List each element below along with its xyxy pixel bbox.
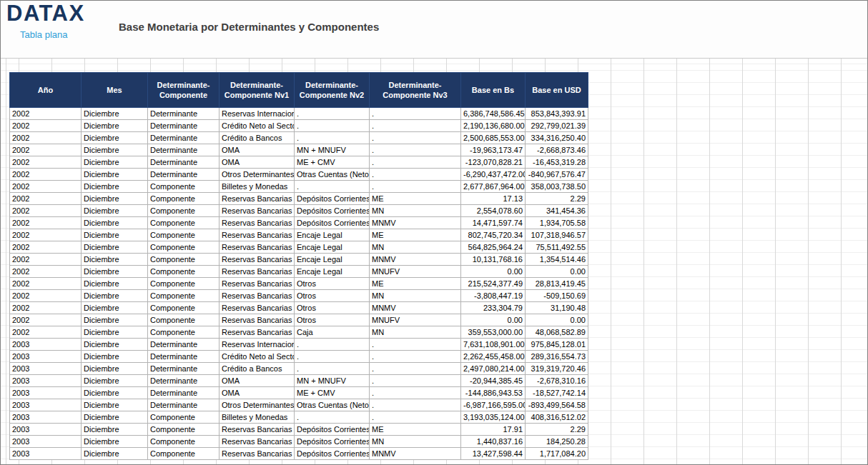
cell[interactable]: Otros [295,290,370,302]
cell[interactable]: 215,524,377.49 [461,278,526,290]
cell[interactable]: Crédito Neto al Sector [220,351,295,363]
cell[interactable]: Reservas Bancarias [220,278,295,290]
cell[interactable]: 48,068,582.89 [526,326,588,339]
cell[interactable]: -20,944,385.45 [461,375,526,387]
cell[interactable]: Diciembre [82,181,148,193]
cell[interactable]: 2002 [10,254,82,266]
cell[interactable]: Diciembre [82,266,148,278]
cell[interactable]: MN [370,290,461,302]
header-cell[interactable]: Base en Bs [461,73,526,108]
cell[interactable]: Componente [148,241,220,254]
cell[interactable]: Determinante [148,351,220,363]
cell[interactable]: MN [370,436,461,448]
cell[interactable]: Componente [148,302,220,314]
cell[interactable]: . [370,156,461,169]
cell[interactable]: Otros [295,302,370,314]
cell[interactable]: OMA [220,144,295,156]
cell[interactable]: Reservas Internacionales [220,108,295,120]
cell[interactable]: -3,808,447.19 [461,290,526,302]
cell[interactable]: Diciembre [82,254,148,266]
cell[interactable]: MNMV [370,448,461,460]
cell[interactable]: Componente [148,266,220,278]
cell[interactable]: 2002 [10,169,82,181]
cell[interactable]: Reservas Internacionales [220,339,295,351]
cell[interactable]: 2002 [10,144,82,156]
cell[interactable]: 2002 [10,156,82,169]
cell[interactable]: . [295,363,370,375]
cell[interactable]: 1,717,084.20 [526,448,588,460]
cell[interactable]: Determinante [148,363,220,375]
cell[interactable]: . [370,399,461,411]
cell[interactable]: -144,886,943.53 [461,387,526,399]
cell[interactable]: Reservas Bancarias [220,424,295,436]
cell[interactable]: 358,003,738.50 [526,181,588,193]
cell[interactable]: 0.00 [526,266,588,278]
cell[interactable]: Componente [148,205,220,217]
cell[interactable]: 2002 [10,290,82,302]
cell[interactable]: -18,527,742.14 [526,387,588,399]
cell[interactable]: 2002 [10,229,82,241]
cell[interactable]: ME + CMV [295,156,370,169]
cell[interactable]: Reservas Bancarias [220,326,295,339]
cell[interactable]: 2003 [10,399,82,411]
cell[interactable]: MN [370,205,461,217]
cell[interactable]: Diciembre [82,132,148,144]
cell[interactable]: Componente [148,229,220,241]
cell[interactable]: 2003 [10,339,82,351]
cell[interactable]: Componente [148,193,220,205]
cell[interactable]: Diciembre [82,120,148,132]
cell[interactable]: Depósitos Corrientes [295,217,370,229]
cell[interactable]: 2003 [10,351,82,363]
cell[interactable]: Componente [148,436,220,448]
cell[interactable]: MNMV [370,302,461,314]
cell[interactable]: Crédito a Bancos [220,363,295,375]
cell[interactable]: . [370,375,461,387]
cell[interactable]: Determinante [148,399,220,411]
cell[interactable]: Diciembre [82,193,148,205]
cell[interactable]: Reservas Bancarias [220,193,295,205]
cell[interactable]: Reservas Bancarias [220,436,295,448]
cell[interactable]: Diciembre [82,351,148,363]
cell[interactable]: 2,190,136,680.00 [461,120,526,132]
cell[interactable]: Componente [148,411,220,424]
cell[interactable]: Componente [148,448,220,460]
cell[interactable]: 17.13 [461,193,526,205]
cell[interactable]: Otros Determinantes [220,169,295,181]
cell[interactable]: Depósitos Corrientes [295,448,370,460]
header-cell[interactable]: Mes [82,73,148,108]
cell[interactable]: 107,318,946.57 [526,229,588,241]
cell[interactable]: 2003 [10,448,82,460]
cell[interactable]: 17.91 [461,424,526,436]
cell[interactable]: Depósitos Corrientes [295,436,370,448]
cell[interactable]: Diciembre [82,144,148,156]
cell[interactable]: 975,845,128.01 [526,339,588,351]
cell[interactable]: 2,554,078.60 [461,205,526,217]
cell[interactable]: Componente [148,326,220,339]
cell[interactable]: 292,799,021.39 [526,120,588,132]
cell[interactable]: Reservas Bancarias [220,241,295,254]
cell[interactable]: Diciembre [82,387,148,399]
cell[interactable]: . [370,181,461,193]
cell[interactable]: 1,934,705.58 [526,217,588,229]
cell[interactable]: Diciembre [82,339,148,351]
cell[interactable]: . [370,120,461,132]
cell[interactable]: Diciembre [82,217,148,229]
cell[interactable]: Reservas Bancarias [220,217,295,229]
cell[interactable]: -16,453,319.28 [526,156,588,169]
cell[interactable]: Componente [148,217,220,229]
cell[interactable]: Billetes y Monedas [220,411,295,424]
cell[interactable]: Crédito a Bancos [220,132,295,144]
cell[interactable]: MNMV [370,254,461,266]
cell[interactable]: Diciembre [82,363,148,375]
cell[interactable]: Diciembre [82,169,148,181]
cell[interactable]: Componente [148,290,220,302]
cell[interactable]: Otros [295,278,370,290]
cell[interactable]: MN [370,241,461,254]
cell[interactable]: 408,316,512.02 [526,411,588,424]
header-cell[interactable]: Determinante- Componente Nv2 [295,73,370,108]
cell[interactable]: Reservas Bancarias [220,205,295,217]
cell[interactable]: 2,500,685,553.00 [461,132,526,144]
cell[interactable]: 319,319,720.46 [526,363,588,375]
cell[interactable]: Determinante [148,144,220,156]
cell[interactable]: 2002 [10,326,82,339]
